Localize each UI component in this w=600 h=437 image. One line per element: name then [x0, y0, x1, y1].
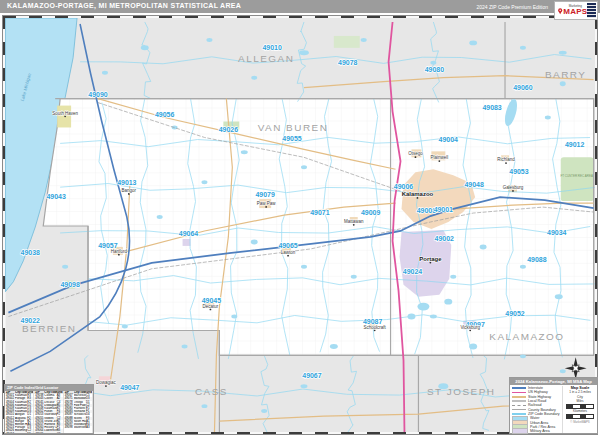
- zip-label: 49006: [394, 183, 413, 190]
- city-marker: [105, 385, 107, 387]
- city-label: Dowagiac: [96, 380, 116, 385]
- km-scale-bar: [566, 414, 594, 419]
- zip-label: 49052: [505, 310, 524, 317]
- map-title: KALAMAZOO-PORTAGE, MI METROPOLITAN STATI…: [7, 2, 241, 9]
- city-marker: [64, 115, 66, 117]
- city-marker: [265, 206, 267, 208]
- city-marker: [429, 262, 431, 264]
- city-marker: [287, 255, 289, 257]
- edition-label: 2024 ZIP Code Premium Edition: [476, 4, 548, 10]
- city-label: Plainwell: [431, 155, 449, 160]
- county-label: VAN BUREN: [258, 122, 329, 133]
- zip-label: 49060: [513, 84, 532, 91]
- copyright: © MarketMAPS: [570, 420, 589, 424]
- city-label: Hartford: [111, 249, 128, 254]
- zip-label: 49001: [434, 206, 453, 213]
- city-marker: [505, 162, 507, 164]
- city-label: Richland: [497, 157, 515, 162]
- zip-index-column: ZIPCity/TownGrid49038ColomaA349043Covert…: [34, 391, 63, 434]
- zip-label: 49065: [278, 242, 297, 249]
- zip-label: 49083: [482, 104, 501, 111]
- zip-label: 49079: [256, 191, 275, 198]
- city-marker: [417, 197, 419, 199]
- zip-index-row: 49065LawtonC3: [34, 433, 62, 434]
- zip-label: 49098: [60, 281, 79, 288]
- zip-label: 49090: [88, 91, 107, 98]
- zip-label: 49064: [179, 230, 198, 237]
- legend-swatch: [512, 428, 528, 433]
- zip-label: 49045: [202, 297, 221, 304]
- zip-label: 49012: [565, 141, 584, 148]
- zip-label: 49043: [47, 193, 66, 200]
- city-label: Decatur: [203, 304, 219, 309]
- legend-swatch: [512, 413, 526, 415]
- map-frame: Lake Michigan FT CUSTER REC AREA ALLEGAN…: [2, 15, 598, 435]
- logo-text: Marketing MAPS: [563, 5, 587, 16]
- city-marker: [118, 254, 120, 256]
- zip-label: 49078: [338, 59, 357, 66]
- city-marker: [438, 160, 440, 162]
- zip-label: 49088: [527, 256, 546, 263]
- city-marker: [469, 329, 471, 331]
- zip-label: 49034: [547, 229, 566, 236]
- city-label: Galesburg: [503, 185, 524, 190]
- frame-ruler-top: [3, 16, 597, 18]
- county-label: CASS: [195, 386, 228, 397]
- zip-label: 49048: [464, 181, 483, 188]
- zip-label: 49055: [282, 135, 301, 142]
- zip-index-table: ZIP Code Index/Grid Locator ZIPCity/Town…: [4, 384, 94, 434]
- city-label: Schoolcraft: [363, 325, 386, 330]
- zip-index-row: 49098WatervlietA3: [64, 426, 92, 429]
- legend-label: Military Area: [530, 429, 550, 433]
- legend-items: InterstateUS HighwayState HighwayLocal R…: [512, 386, 562, 433]
- publisher-logo: Marketing MAPS: [554, 1, 598, 20]
- frame-ruler-left: [3, 16, 5, 434]
- logo-side-stripes: [587, 3, 596, 18]
- park-label: FT CUSTER REC AREA: [560, 174, 592, 178]
- legend-swatch: [512, 409, 526, 411]
- county-label: ALLEGAN: [238, 53, 294, 64]
- miles-label: Miles: [576, 399, 583, 403]
- zip-label: 49022: [21, 317, 40, 324]
- legend-swatch: [512, 396, 526, 398]
- county-label: ST JOSEPH: [427, 386, 495, 397]
- zip-label: 49053: [509, 168, 528, 175]
- zip-index-body: ZIPCity/TownGrid49001KalamazooE349002Por…: [5, 391, 93, 434]
- zip-label: 49056: [155, 111, 174, 118]
- city-label: Paw Paw: [257, 201, 276, 206]
- city-marker: [353, 224, 355, 226]
- city-marker: [128, 193, 130, 195]
- city-marker: [374, 329, 376, 331]
- zip-index-column: ZIPCity/TownGrid49067MarcellusC549071Mat…: [64, 391, 93, 434]
- zip-index-column: ZIPCity/TownGrid49001KalamazooE349002Por…: [5, 391, 34, 434]
- scale-line: 1 in = 2.5 miles: [569, 390, 591, 394]
- legend-item: Military Area: [512, 429, 562, 433]
- county-label: BERRIEN: [22, 323, 77, 334]
- city-label: Lawton: [281, 250, 296, 255]
- zip-label: 49026: [219, 126, 238, 133]
- city-label: Kalamazoo: [402, 191, 434, 197]
- zip-label: 49080: [425, 66, 444, 73]
- legend-swatch: [512, 387, 526, 389]
- city-marker: [415, 156, 417, 158]
- zip-label: 49009: [361, 209, 380, 216]
- zip-label: 49047: [120, 384, 139, 391]
- zip-label: 49057: [98, 242, 117, 249]
- city-marker: [210, 309, 212, 311]
- km-label: Kilometers: [573, 409, 587, 413]
- zip-index-row: 49034ClimaxF3: [5, 433, 33, 434]
- city-label: Portage: [419, 256, 442, 262]
- legend-swatch: [512, 405, 526, 406]
- zip-label: 49067: [302, 372, 321, 379]
- zip-label: 49002: [435, 235, 454, 242]
- zip-label: 49013: [117, 179, 136, 186]
- city-label: Mattawan: [344, 219, 364, 224]
- zip-label: 49024: [403, 268, 422, 275]
- county-label: BARRY: [545, 69, 587, 80]
- zip-label: 49087: [363, 318, 382, 325]
- zip-label: 49010: [262, 44, 281, 51]
- county-label: KALAMAZOO: [489, 331, 564, 342]
- frame-ruler-right: [595, 16, 597, 434]
- legend-scale-panel: Map Scale 1 in = 2.5 miles City Miles Ki…: [562, 386, 595, 433]
- city-marker: [512, 190, 514, 192]
